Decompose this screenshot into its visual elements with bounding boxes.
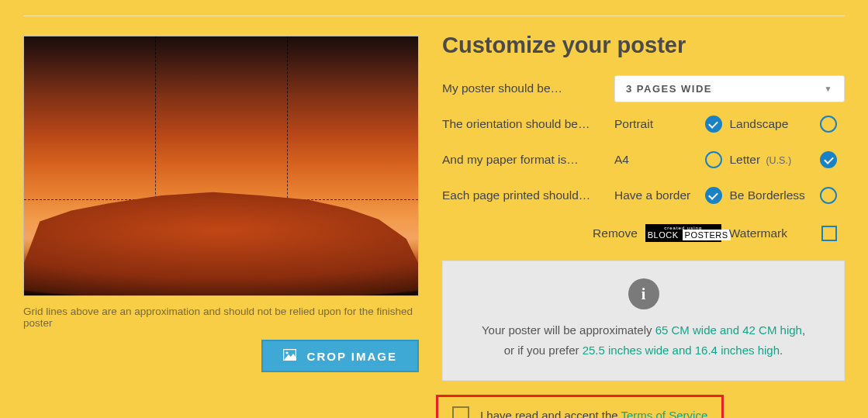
crop-image-button[interactable]: CROP IMAGE xyxy=(261,340,419,372)
orientation-landscape-label: Landscape xyxy=(730,117,789,131)
info-size-inches: 25.5 inches wide and 16.4 inches high xyxy=(583,344,780,357)
poster-preview xyxy=(23,36,419,296)
watermark-text: Watermark xyxy=(729,226,787,240)
grid-line-v2 xyxy=(287,36,288,295)
radio-unchecked-icon xyxy=(705,151,722,168)
grid-line-h1 xyxy=(24,199,418,200)
radio-unchecked-icon xyxy=(820,187,837,204)
orientation-label: The orientation should be… xyxy=(442,117,614,131)
size-info-box: i Your poster will be approximately 65 C… xyxy=(442,261,845,381)
watermark-badge-b2: POSTERS xyxy=(683,230,731,240)
watermark-checkbox[interactable] xyxy=(821,226,837,241)
border-label: Each page printed should… xyxy=(442,188,614,202)
watermark-badge: created using BLOCKPOSTERS xyxy=(645,224,721,242)
info-icon: i xyxy=(628,278,659,309)
orientation-landscape[interactable]: Landscape xyxy=(730,116,846,133)
tos-checkbox[interactable] xyxy=(452,406,469,418)
radio-checked-icon xyxy=(820,151,837,168)
image-icon xyxy=(283,349,296,363)
pages-label: My poster should be… xyxy=(442,81,614,95)
preview-caption: Grid lines above are an approximation an… xyxy=(23,306,419,329)
crop-image-label: CROP IMAGE xyxy=(307,350,397,363)
pages-select[interactable]: 3 PAGES WIDE ▼ xyxy=(614,75,845,102)
radio-unchecked-icon xyxy=(820,116,837,133)
radio-checked-icon xyxy=(705,116,722,133)
border-have[interactable]: Have a border xyxy=(614,187,730,204)
paper-a4[interactable]: A4 xyxy=(614,151,730,168)
tos-highlight: I have read and accept the Terms of Serv… xyxy=(436,395,724,418)
watermark-badge-b1: BLOCK xyxy=(645,230,681,240)
paper-letter[interactable]: Letter (U.S.) xyxy=(730,151,846,168)
svg-point-1 xyxy=(285,351,288,354)
paper-label: And my paper format is… xyxy=(442,153,614,167)
pages-select-value: 3 PAGES WIDE xyxy=(626,83,712,95)
paper-a4-label: A4 xyxy=(614,153,629,167)
border-have-label: Have a border xyxy=(614,188,690,202)
border-none-label: Be Borderless xyxy=(730,188,805,202)
orientation-portrait-label: Portrait xyxy=(614,117,653,131)
chevron-down-icon: ▼ xyxy=(825,85,833,93)
grid-line-v1 xyxy=(155,36,156,295)
customize-title: Customize your poster xyxy=(442,33,845,58)
orientation-portrait[interactable]: Portrait xyxy=(614,116,730,133)
watermark-remove-text: Remove xyxy=(593,226,638,240)
info-size-cm: 65 CM wide and 42 CM high xyxy=(655,323,802,337)
tos-text: I have read and accept the xyxy=(480,409,621,419)
info-line1-text: Your poster will be approximately xyxy=(482,323,655,337)
info-line2-text: or if you prefer xyxy=(504,344,583,357)
paper-letter-label: Letter xyxy=(730,153,761,166)
border-none[interactable]: Be Borderless xyxy=(730,187,846,204)
tos-link[interactable]: Terms of Service xyxy=(621,409,708,419)
section-divider xyxy=(23,16,845,16)
radio-checked-icon xyxy=(705,187,722,204)
paper-letter-sub: (U.S.) xyxy=(766,155,791,166)
